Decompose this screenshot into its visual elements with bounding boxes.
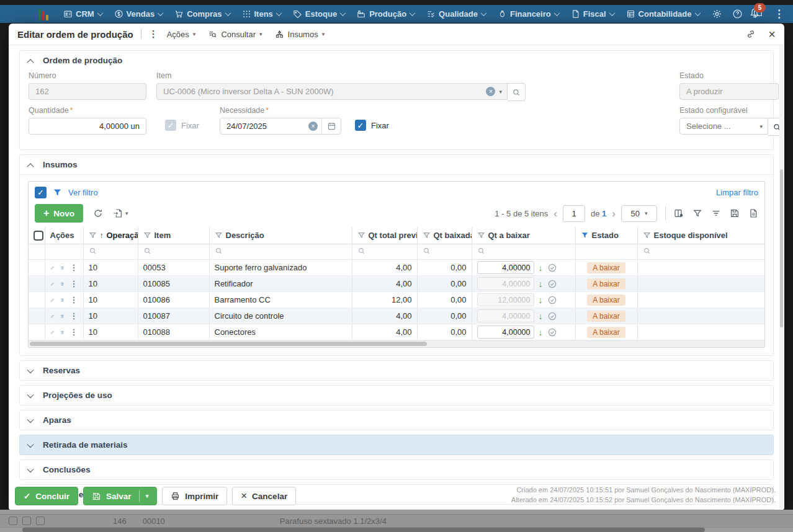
- calendar-button[interactable]: [321, 118, 341, 134]
- delete-trash-icon[interactable]: [60, 312, 65, 321]
- imprimir-button[interactable]: Imprimir: [162, 487, 227, 505]
- novo-button[interactable]: + Novo: [35, 204, 83, 223]
- limpar-filtro-link[interactable]: Limpar filtro: [716, 188, 758, 197]
- page-number-input[interactable]: [563, 205, 585, 222]
- filter-item[interactable]: [138, 244, 209, 260]
- section-aparas[interactable]: Aparas: [19, 410, 774, 430]
- row-menu-icon[interactable]: ⋮: [70, 311, 78, 321]
- chevron-down-icon[interactable]: ▾: [759, 123, 763, 130]
- filter-funnel-icon[interactable]: [692, 208, 702, 218]
- choose-columns-icon[interactable]: [674, 208, 684, 218]
- edit-pencil-icon[interactable]: [50, 280, 55, 288]
- row-menu-icon[interactable]: ⋮: [70, 295, 78, 304]
- clear-icon[interactable]: ×: [486, 87, 495, 96]
- nav-menu-vendas[interactable]: Vendas: [114, 9, 163, 19]
- baixar-arrow-icon[interactable]: ↓: [539, 295, 543, 305]
- app-logo-icon[interactable]: [35, 8, 48, 20]
- estado-configuravel-select[interactable]: Selecione ... ▾: [679, 118, 768, 135]
- fixar-data-checkbox[interactable]: ✓: [355, 120, 366, 131]
- filter-descricao[interactable]: [209, 244, 352, 260]
- delete-trash-icon[interactable]: [60, 296, 65, 304]
- save-layout-icon[interactable]: [730, 208, 740, 218]
- ver-filtro-link[interactable]: Ver filtro: [68, 188, 98, 197]
- scrollbar-thumb[interactable]: [30, 342, 427, 346]
- concluir-button[interactable]: ✓ Concluir: [15, 487, 78, 505]
- qt-a-baixar-input[interactable]: [477, 326, 534, 339]
- filter-funnel-icon[interactable]: [423, 231, 431, 239]
- nav-menu-qualidade[interactable]: Qualidade: [426, 9, 486, 19]
- nav-menu-estoque[interactable]: Estoque: [293, 9, 345, 19]
- row-menu-icon[interactable]: ⋮: [70, 327, 78, 337]
- sort-filter-lines-icon[interactable]: [711, 208, 721, 218]
- edit-pencil-icon[interactable]: [50, 312, 55, 321]
- baixar-arrow-icon[interactable]: ↓: [539, 311, 543, 321]
- chevron-down-icon[interactable]: ▾: [146, 493, 149, 499]
- delete-trash-icon[interactable]: [60, 264, 65, 272]
- filter-operacao[interactable]: [83, 244, 138, 260]
- col-estoque-disponivel[interactable]: Estoque disponível: [637, 227, 764, 244]
- baixar-arrow-icon[interactable]: ↓: [539, 327, 543, 337]
- edit-pencil-icon[interactable]: [50, 264, 55, 272]
- salvar-button[interactable]: Salvar ▾: [83, 487, 157, 505]
- nav-menu-crm[interactable]: CRM: [63, 9, 102, 19]
- link-icon[interactable]: [746, 29, 756, 39]
- dialog-more-actions-icon[interactable]: ⋮: [149, 29, 158, 40]
- section-reservas[interactable]: Reservas: [19, 360, 774, 381]
- confirm-check-icon[interactable]: [547, 279, 557, 289]
- close-icon[interactable]: ×: [768, 28, 776, 40]
- section-projecoes-de-uso[interactable]: Projeções de uso: [19, 385, 774, 406]
- necessidade-field[interactable]: 24/07/2025 ×: [220, 118, 341, 135]
- select-all-checkbox[interactable]: [34, 231, 43, 241]
- col-qt-baixada[interactable]: Qt a baixarQt baixada: [417, 227, 472, 244]
- chevron-down-icon[interactable]: ▾: [499, 89, 502, 95]
- insumos-menu[interactable]: Insumos ▾: [275, 30, 325, 39]
- nav-menu-contabilidade[interactable]: Contabilidade: [626, 9, 700, 19]
- filter-funnel-icon[interactable]: [215, 231, 223, 239]
- confirm-check-icon[interactable]: [547, 311, 557, 321]
- export-button[interactable]: ▾: [113, 208, 128, 218]
- col-item[interactable]: Item: [138, 227, 209, 244]
- quantidade-field[interactable]: [29, 118, 146, 135]
- section-header-ordem[interactable]: Ordem de produção: [20, 51, 773, 70]
- prev-page-icon[interactable]: ‹: [553, 208, 557, 219]
- dialog-vertical-scrollbar[interactable]: [779, 45, 784, 508]
- row-menu-icon[interactable]: ⋮: [70, 263, 78, 272]
- overflow-menu-icon[interactable]: ⋮: [774, 7, 784, 20]
- clear-icon[interactable]: ×: [308, 122, 318, 131]
- filter-funnel-icon[interactable]: [357, 231, 365, 239]
- nav-menu-compras[interactable]: Compras: [174, 9, 230, 19]
- next-page-icon[interactable]: ›: [612, 208, 616, 219]
- edit-pencil-icon[interactable]: [50, 296, 55, 304]
- section-conclusoes[interactable]: Conclusões: [19, 459, 774, 480]
- nav-menu-itens[interactable]: Itens: [242, 9, 281, 19]
- baixar-arrow-icon[interactable]: ↓: [539, 279, 543, 289]
- nav-menu-fiscal[interactable]: Fiscal: [571, 9, 614, 19]
- help-icon[interactable]: [732, 9, 743, 19]
- filter-funnel-icon[interactable]: [643, 231, 651, 239]
- filter-funnel-icon[interactable]: [143, 231, 151, 239]
- section-retirada-de-materiais[interactable]: Retirada de materiais: [19, 435, 774, 455]
- scrollbar-thumb[interactable]: [780, 169, 783, 327]
- row-menu-icon[interactable]: ⋮: [70, 279, 78, 288]
- delete-trash-icon[interactable]: [60, 280, 65, 288]
- edit-pencil-icon[interactable]: [50, 328, 55, 337]
- refresh-button[interactable]: [93, 208, 103, 218]
- necessidade-value[interactable]: 24/07/2025: [220, 122, 308, 131]
- notifications-bell-icon[interactable]: 5: [749, 7, 760, 21]
- nav-menu-financeiro[interactable]: Financeiro: [498, 9, 559, 19]
- filter-qt-a-baixar[interactable]: [472, 244, 575, 260]
- show-filter-checkbox[interactable]: ✓: [35, 187, 47, 198]
- acoes-menu[interactable]: Ações ▾: [167, 30, 196, 39]
- filter-qt-total[interactable]: [352, 244, 417, 260]
- confirm-check-icon[interactable]: [547, 327, 557, 337]
- consultar-menu[interactable]: Consultar ▾: [208, 30, 262, 39]
- delete-trash-icon[interactable]: [60, 328, 65, 337]
- quantidade-input[interactable]: [29, 122, 146, 131]
- nav-menu-producao[interactable]: Produção: [357, 9, 414, 19]
- filter-funnel-icon[interactable]: [89, 231, 97, 239]
- confirm-check-icon[interactable]: [547, 263, 557, 273]
- report-document-icon[interactable]: [748, 208, 758, 218]
- item-search-button[interactable]: [508, 83, 526, 101]
- filter-estoque[interactable]: [637, 244, 764, 260]
- filter-funnel-icon[interactable]: [477, 231, 485, 239]
